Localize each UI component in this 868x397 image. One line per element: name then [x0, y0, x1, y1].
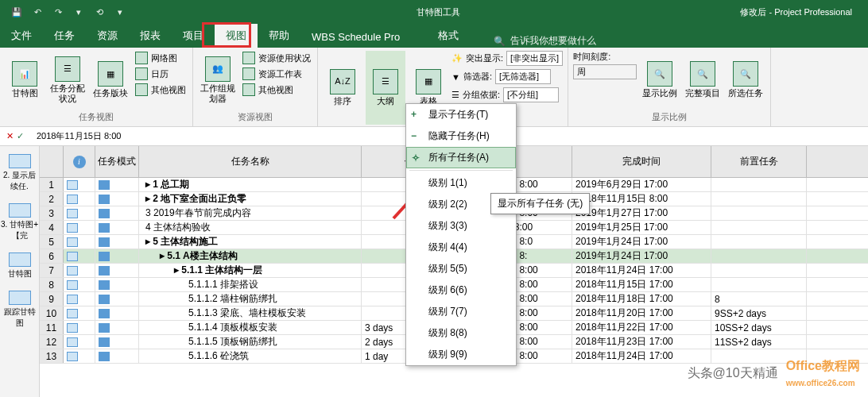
- level-4-item[interactable]: 级别 4(4): [406, 237, 516, 258]
- level-8-item[interactable]: 级别 8(8): [406, 322, 516, 344]
- selected-tasks-button[interactable]: 🔍所选任务: [726, 51, 765, 110]
- tab-resource[interactable]: 资源: [86, 24, 129, 48]
- pred-cell[interactable]: [711, 249, 807, 263]
- network-diagram-button[interactable]: 网络图: [134, 51, 188, 65]
- tab-report[interactable]: 报表: [129, 24, 172, 48]
- info-cell[interactable]: [64, 249, 95, 263]
- mode-cell[interactable]: [95, 292, 139, 306]
- level-1-item[interactable]: 级别 1(1): [406, 172, 516, 194]
- row-number[interactable]: 10: [40, 306, 64, 320]
- view-item[interactable]: 跟踪甘特图: [0, 291, 39, 329]
- pred-cell[interactable]: 8: [711, 292, 807, 306]
- tab-wbs[interactable]: WBS Schedule Pro: [300, 26, 411, 48]
- row-number[interactable]: 7: [40, 264, 64, 277]
- level-3-item[interactable]: 级别 3(3): [406, 215, 516, 237]
- group-select[interactable]: [不分组]: [503, 87, 559, 102]
- mode-cell[interactable]: [95, 321, 139, 334]
- all-subtasks-item[interactable]: ✧所有子任务(A): [406, 147, 516, 168]
- name-cell[interactable]: 5.1.1.2 墙柱钢筋绑扎: [139, 292, 362, 306]
- pred-cell[interactable]: [711, 278, 807, 291]
- finish-cell[interactable]: 2018年11月15日 17:00: [572, 278, 711, 291]
- tab-view[interactable]: 视图: [215, 24, 258, 48]
- mode-cell[interactable]: [95, 335, 139, 349]
- mode-cell[interactable]: [95, 206, 139, 220]
- task-board-button[interactable]: ▦任务版块: [91, 51, 130, 110]
- info-cell[interactable]: [64, 292, 95, 306]
- tab-file[interactable]: 文件: [0, 24, 43, 48]
- finish-cell[interactable]: 2018年11月20日 17:00: [572, 306, 711, 320]
- row-number[interactable]: 11: [40, 321, 64, 334]
- team-planner-button[interactable]: 👥工作组规划器: [198, 51, 238, 110]
- zoom-button[interactable]: 🔍显示比例: [640, 51, 680, 110]
- finish-cell[interactable]: 2019年6月29日 17:00: [572, 178, 711, 191]
- row-number[interactable]: 1: [40, 178, 64, 191]
- pred-cell[interactable]: [711, 206, 807, 220]
- finish-cell[interactable]: 2019年1月24日 17:00: [572, 235, 711, 249]
- name-cell[interactable]: ▸ 2 地下室全面出正负零: [139, 192, 362, 206]
- info-cell[interactable]: [64, 349, 95, 363]
- pred-cell[interactable]: [711, 178, 807, 191]
- save-icon[interactable]: 💾: [8, 3, 25, 21]
- row-number[interactable]: 9: [40, 292, 64, 306]
- name-cell[interactable]: 3 2019年春节前完成内容: [139, 206, 362, 220]
- header-finish[interactable]: 完成时间: [572, 146, 711, 177]
- outline-button[interactable]: ☰大纲: [366, 51, 405, 125]
- finish-cell[interactable]: 2018年11月18日 17:00: [572, 292, 711, 306]
- row-number[interactable]: 12: [40, 335, 64, 349]
- mode-cell[interactable]: [95, 306, 139, 320]
- calendar-button[interactable]: 日历: [134, 67, 188, 81]
- mode-cell[interactable]: [95, 192, 139, 206]
- info-cell[interactable]: [64, 221, 95, 234]
- sort-button[interactable]: A↓Z排序: [323, 51, 362, 125]
- other-views-2-button[interactable]: 其他视图: [241, 83, 312, 97]
- name-cell[interactable]: 5.1.1.4 顶板模板安装: [139, 321, 362, 334]
- gantt-chart-button[interactable]: 📊甘特图: [5, 51, 45, 110]
- name-cell[interactable]: 5.1.1.6 砼浇筑: [139, 349, 362, 363]
- level-5-item[interactable]: 级别 5(5): [406, 258, 516, 279]
- info-cell[interactable]: [64, 235, 95, 249]
- name-cell[interactable]: ▸ 5.1 A楼主体结构: [139, 249, 362, 263]
- task-usage-button[interactable]: ☰任务分配状况: [48, 51, 87, 110]
- header-pred[interactable]: 前置任务: [711, 146, 807, 177]
- filter-select[interactable]: [无筛选器]: [495, 69, 551, 84]
- info-cell[interactable]: [64, 321, 95, 334]
- row-number[interactable]: 13: [40, 349, 64, 363]
- tab-project[interactable]: 项目: [172, 24, 215, 48]
- header-mode[interactable]: 任务模式: [95, 146, 139, 177]
- pred-cell[interactable]: 11SS+2 days: [711, 335, 807, 349]
- mode-cell[interactable]: [95, 264, 139, 277]
- name-cell[interactable]: ▸ 5.1.1 主体结构一层: [139, 264, 362, 277]
- finish-cell[interactable]: 2019年1月27日 17:00: [572, 206, 711, 220]
- name-cell[interactable]: ▸ 1 总工期: [139, 178, 362, 191]
- name-cell[interactable]: 5.1.1.5 顶板钢筋绑扎: [139, 335, 362, 349]
- level-6-item[interactable]: 级别 6(6): [406, 279, 516, 301]
- redo-icon[interactable]: ↷: [49, 3, 67, 21]
- pred-cell[interactable]: [711, 264, 807, 277]
- finish-cell[interactable]: 2018年11月23日 17:00: [572, 335, 711, 349]
- name-cell[interactable]: 4 主体结构验收: [139, 221, 362, 234]
- qat-icon[interactable]: ▾: [70, 3, 87, 21]
- view-item[interactable]: 甘特图: [8, 252, 32, 279]
- tab-help[interactable]: 帮助: [258, 24, 300, 48]
- row-number[interactable]: 8: [40, 278, 64, 291]
- tell-me[interactable]: 🔍 告诉我你想要做什么: [494, 34, 596, 48]
- name-cell[interactable]: ▸ 5 主体结构施工: [139, 235, 362, 249]
- finish-cell[interactable]: 2018年11月22日 17:00: [572, 321, 711, 334]
- info-cell[interactable]: [64, 335, 95, 349]
- row-number[interactable]: 5: [40, 235, 64, 249]
- pred-cell[interactable]: 10SS+2 days: [711, 321, 807, 334]
- timescale-select[interactable]: 周: [573, 64, 637, 79]
- header-info[interactable]: i: [64, 146, 95, 177]
- finish-cell[interactable]: 2018年11月24日 17:00: [572, 264, 711, 277]
- entire-project-button[interactable]: 🔍完整项目: [683, 51, 723, 110]
- name-cell[interactable]: 5.1.1.3 梁底、墙柱模板安装: [139, 306, 362, 320]
- hide-subtasks-item[interactable]: −隐藏子任务(H): [406, 125, 516, 147]
- resource-usage-button[interactable]: 资源使用状况: [241, 51, 312, 65]
- cancel-icon[interactable]: ✕: [6, 131, 14, 141]
- info-cell[interactable]: [64, 306, 95, 320]
- row-number[interactable]: 2: [40, 192, 64, 206]
- undo-icon[interactable]: ↶: [29, 3, 46, 21]
- row-number[interactable]: 6: [40, 249, 64, 263]
- qat-icon[interactable]: ⟲: [91, 3, 108, 21]
- other-views-button[interactable]: 其他视图: [134, 83, 188, 97]
